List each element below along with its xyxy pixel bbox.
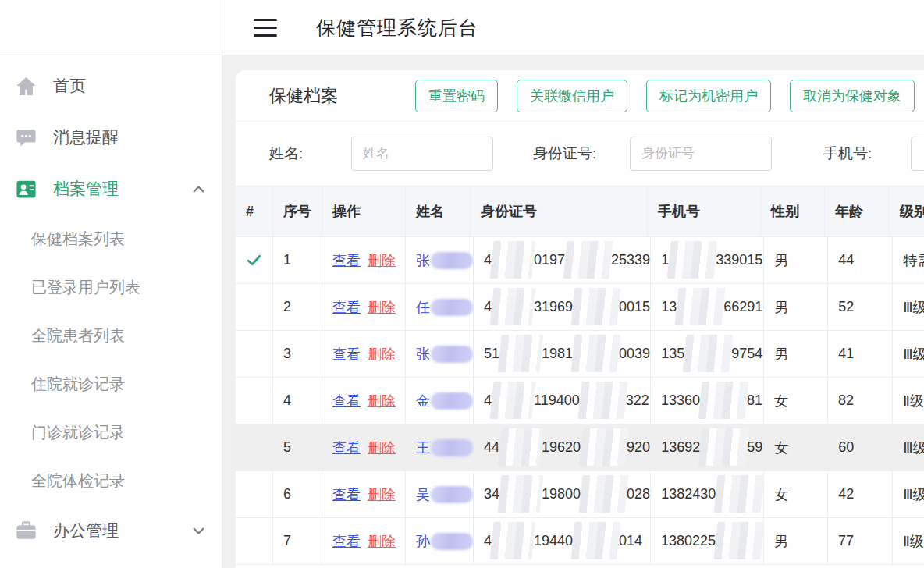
column-header: 级别 (890, 186, 924, 236)
patient-name[interactable]: 孙 (416, 532, 430, 551)
filter-input[interactable] (630, 137, 772, 171)
seq-cell: 4 (273, 378, 322, 424)
row-select-cell[interactable] (236, 471, 273, 517)
id-number-cell: 5119810039 (474, 331, 651, 377)
sidebar-item[interactable]: 首页 (0, 60, 222, 112)
gender-cell: 男 (764, 518, 828, 564)
sidebar-logo-area (0, 0, 222, 55)
delete-link[interactable]: 删除 (368, 392, 396, 410)
id-number-cell: 4019725339 (474, 237, 651, 283)
row-select-cell[interactable] (236, 331, 273, 377)
action-button[interactable]: 重置密码 (415, 80, 498, 112)
view-link[interactable]: 查看 (332, 251, 361, 270)
menu-toggle-icon[interactable] (254, 19, 277, 37)
name-cell[interactable]: 王 (406, 424, 474, 470)
column-header: 姓名 (406, 186, 471, 236)
content-card: 保健档案 重置密码关联微信用户标记为机密用户取消为保健对象 姓名:身份证号:手机… (236, 70, 924, 568)
id-number-cell: 4119400322 (474, 378, 651, 424)
sidebar-subitem[interactable]: 门诊就诊记录 (0, 408, 222, 456)
view-link[interactable]: 查看 (332, 438, 361, 457)
age-cell: 60 (828, 424, 893, 470)
name-cell[interactable]: 张 (406, 237, 474, 283)
delete-link[interactable]: 删除 (368, 298, 396, 317)
censored-blur (501, 442, 540, 454)
censored-blur (582, 488, 625, 501)
name-cell[interactable]: 张 (406, 331, 474, 377)
view-link[interactable]: 查看 (332, 298, 361, 317)
phone-cell: 1369259 (651, 424, 764, 470)
action-button[interactable]: 取消为保健对象 (790, 80, 915, 112)
column-header: 序号 (273, 186, 322, 236)
delete-link[interactable]: 删除 (368, 485, 396, 504)
data-table: #序号操作姓名身份证号手机号性别年龄级别 1查看删除张4019725339133… (236, 186, 924, 565)
row-select-cell[interactable] (236, 518, 273, 564)
row-select-cell[interactable] (236, 284, 273, 330)
patient-name[interactable]: 吴 (416, 485, 430, 504)
toolbar-buttons: 重置密码关联微信用户标记为机密用户取消为保健对象 (415, 80, 915, 112)
column-header: 操作 (322, 186, 406, 236)
phone-cell: 1366291 (651, 284, 764, 330)
message-icon (14, 126, 37, 149)
name-cell[interactable]: 金 (406, 378, 474, 424)
row-select-cell[interactable] (236, 424, 273, 470)
patient-name[interactable]: 张 (416, 251, 430, 270)
row-select-cell[interactable] (236, 237, 273, 283)
table-row[interactable]: 4查看删除金41194003221336081女82Ⅱ级 (236, 378, 924, 424)
sidebar-item[interactable]: 档案管理 (0, 163, 222, 215)
sidebar-item[interactable]: 办公管理 (0, 505, 222, 556)
view-link[interactable]: 查看 (332, 532, 361, 551)
action-button[interactable]: 关联微信用户 (517, 80, 627, 112)
filter-row: 姓名:身份证号:手机号: (236, 122, 924, 186)
column-header: 手机号 (648, 186, 761, 236)
name-cell[interactable]: 孙 (406, 518, 474, 564)
app-title: 保健管理系统后台 (316, 15, 478, 41)
view-link[interactable]: 查看 (332, 392, 361, 410)
view-link[interactable]: 查看 (332, 345, 361, 364)
patient-name[interactable]: 王 (416, 438, 430, 457)
table-row[interactable]: 7查看删除孙4194400141380225男77Ⅱ级 (236, 518, 924, 565)
delete-link[interactable]: 删除 (368, 345, 396, 364)
level-cell: Ⅲ级 (893, 331, 924, 377)
patient-name[interactable]: 任 (416, 298, 430, 317)
action-button[interactable]: 标记为机密用户 (646, 80, 771, 112)
table-row[interactable]: 3查看删除张51198100391359754男41Ⅲ级 (236, 331, 924, 378)
view-link[interactable]: 查看 (332, 485, 361, 504)
sidebar-subitem[interactable]: 已登录用户列表 (0, 263, 222, 311)
age-cell: 44 (828, 237, 893, 283)
phone-cell: 1382430 (651, 471, 764, 517)
sidebar-item[interactable]: 消息提醒 (0, 112, 222, 163)
actions-cell: 查看删除 (322, 237, 406, 283)
sidebar-subitem[interactable]: 住院就诊记录 (0, 360, 222, 408)
table-row[interactable]: 6查看删除吴34198000281382430女42Ⅲ级 (236, 471, 924, 518)
seq-cell: 3 (273, 331, 322, 377)
table-row[interactable]: 2查看删除任43196900151366291男52Ⅲ级 (236, 284, 924, 331)
filter-input[interactable] (911, 137, 924, 171)
delete-link[interactable]: 删除 (368, 438, 396, 457)
patient-name[interactable]: 金 (416, 392, 430, 410)
name-cell[interactable]: 吴 (406, 471, 474, 517)
seq-cell: 1 (273, 237, 322, 283)
delete-link[interactable]: 删除 (368, 532, 396, 551)
censored-name-blur (431, 486, 473, 503)
age-cell: 77 (828, 518, 893, 564)
level-cell: Ⅲ级 (893, 471, 924, 517)
actions-cell: 查看删除 (322, 424, 406, 470)
sidebar-subitem[interactable]: 全院患者列表 (0, 311, 222, 360)
sidebar-item-label: 办公管理 (53, 520, 119, 541)
actions-cell: 查看删除 (322, 331, 406, 377)
table-row[interactable]: 1查看删除张40197253391339015男44特需 (236, 237, 924, 284)
table-row[interactable]: 5查看删除王44196209201369259女60Ⅲ级 (236, 424, 924, 471)
column-header: 身份证号 (471, 186, 648, 236)
patient-name[interactable]: 张 (416, 345, 430, 364)
censored-name-blur (431, 346, 473, 363)
sidebar-subitem[interactable]: 保健档案列表 (0, 215, 222, 263)
column-header: # (236, 186, 273, 236)
sidebar-subitem[interactable]: 全院体检记录 (0, 456, 222, 505)
filter-input[interactable] (351, 137, 493, 171)
row-select-cell[interactable] (236, 378, 273, 424)
delete-link[interactable]: 删除 (368, 251, 396, 270)
toolbar: 保健档案 重置密码关联微信用户标记为机密用户取消为保健对象 (236, 70, 924, 122)
name-cell[interactable]: 任 (406, 284, 474, 330)
age-cell: 41 (828, 331, 893, 377)
chevron-up-icon (191, 182, 206, 197)
